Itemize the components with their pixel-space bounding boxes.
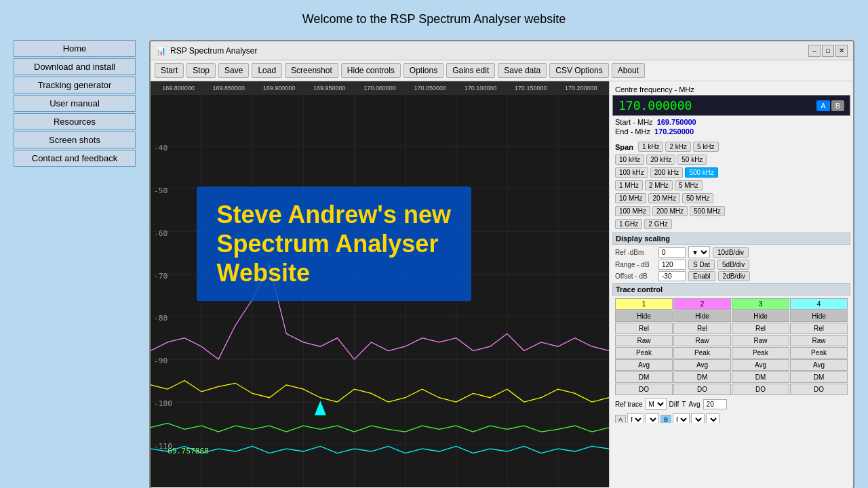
overlay-line3: Website (217, 258, 451, 287)
trace-1-rel[interactable]: Rel (615, 323, 673, 334)
load-button[interactable]: Load (252, 63, 282, 78)
marker-b-sel[interactable]: ▼ (691, 413, 705, 423)
screenshot-button[interactable]: Screenshot (285, 63, 338, 78)
sidebar-item-contact[interactable]: Contact and feedback (14, 150, 136, 167)
span-50khz[interactable]: 50 kHz (677, 155, 707, 165)
trace-2-hide[interactable]: Hide (673, 310, 731, 322)
sidebar-item-home[interactable]: Home (14, 40, 136, 57)
span-10khz[interactable]: 10 kHz (615, 155, 644, 165)
span-1mhz[interactable]: 1 MHz (615, 180, 643, 190)
per-div-btn1[interactable]: 10dB/div (713, 247, 749, 258)
trace-3-dm[interactable]: DM (732, 371, 789, 383)
enabl-btn[interactable]: Enabl (688, 271, 715, 281)
trace-3-raw[interactable]: Raw (732, 335, 789, 346)
span-200khz[interactable]: 200 kHz (650, 167, 684, 178)
range-row: Range - dB S Dat 5dB/div (612, 260, 850, 270)
span-10mhz[interactable]: 10 MHz (615, 193, 646, 203)
save-data-button[interactable]: Save data (498, 63, 547, 78)
span-2ghz[interactable]: 2 GHz (644, 219, 671, 229)
marker-a-btn[interactable]: A (615, 415, 626, 423)
span-5mhz[interactable]: 5 MHz (675, 180, 703, 190)
stop-button[interactable]: Stop (186, 63, 216, 78)
csv-options-button[interactable]: CSV Options (549, 63, 608, 78)
trace-2-dm[interactable]: DM (673, 371, 731, 383)
trace-2-raw[interactable]: Raw (673, 335, 731, 346)
ref-trace-select[interactable]: M (646, 398, 667, 410)
cf-btn-a[interactable]: A (816, 100, 829, 111)
close-button[interactable]: ✕ (835, 45, 848, 57)
hide-controls-button[interactable]: Hide controls (341, 63, 401, 78)
span-20khz[interactable]: 20 kHz (646, 155, 675, 165)
marker-b-btn[interactable]: B (660, 415, 671, 423)
trace-3-btn[interactable]: 3 (732, 298, 789, 310)
sidebar-item-screenshots[interactable]: Screen shots (14, 131, 136, 148)
trace-4-btn[interactable]: 4 (790, 298, 848, 310)
offset-input[interactable] (658, 271, 686, 281)
per-div-btn3[interactable]: 2dB/div (718, 271, 750, 281)
inner-content: 169.800000 169.850000 169.900000 169.950… (151, 81, 853, 487)
sidebar-item-download[interactable]: Download and install (14, 58, 136, 75)
start-button[interactable]: Start (155, 63, 184, 78)
span-100mhz[interactable]: 100 MHz (615, 206, 650, 216)
span-50mhz[interactable]: 50 MHz (682, 193, 713, 203)
trace-4-raw[interactable]: Raw (790, 335, 848, 346)
s-dat-btn[interactable]: S Dat (688, 260, 715, 270)
trace-4-hide[interactable]: Hide (790, 310, 848, 322)
trace-4-do[interactable]: DO (790, 384, 848, 395)
marker-a-f-select[interactable]: F (627, 413, 644, 423)
trace-2-rel[interactable]: Rel (673, 323, 731, 334)
trace-1-peak[interactable]: Peak (615, 347, 673, 359)
sidebar-item-tracking[interactable]: Tracking generator (14, 77, 136, 94)
trace-3-hide[interactable]: Hide (732, 310, 789, 322)
options-button[interactable]: Options (403, 63, 443, 78)
span-500mhz[interactable]: 500 MHz (690, 206, 725, 216)
span-1khz[interactable]: 1 kHz (638, 142, 664, 152)
ref-dbm-input[interactable] (658, 247, 686, 258)
span-1ghz[interactable]: 1 GHz (615, 219, 642, 229)
avg-input[interactable] (703, 399, 727, 409)
sidebar-item-resources[interactable]: Resources (14, 113, 136, 130)
trace-2-do[interactable]: DO (673, 384, 731, 395)
trace-1-hide[interactable]: Hide (615, 310, 673, 322)
trace-3-rel[interactable]: Rel (732, 323, 789, 334)
trace-1-btn[interactable]: 1 (615, 298, 673, 310)
trace-2-avg[interactable]: Avg (673, 359, 731, 371)
marker-a-sel[interactable]: ▼ (646, 413, 659, 423)
trace-1-dm[interactable]: DM (615, 371, 673, 383)
trace-4-rel[interactable]: Rel (790, 323, 848, 334)
save-button[interactable]: Save (218, 63, 249, 78)
span-100khz[interactable]: 100 kHz (615, 167, 648, 178)
span-20mhz[interactable]: 20 MHz (648, 193, 679, 203)
marker-b-val[interactable]: – (706, 413, 719, 423)
span-200mhz[interactable]: 200 MHz (652, 206, 688, 216)
span-row-6: 100 MHz 200 MHz 500 MHz (612, 205, 850, 218)
sidebar-item-manual[interactable]: User manual (14, 95, 136, 112)
span-500khz[interactable]: 500 kHz (685, 167, 718, 178)
trace-3-avg[interactable]: Avg (732, 359, 789, 371)
trace-4-dm[interactable]: DM (790, 371, 848, 383)
span-row: Span 1 kHz 2 kHz 5 kHz (612, 140, 850, 153)
trace-3-do[interactable]: DO (732, 384, 789, 395)
trace-1-avg[interactable]: Avg (615, 359, 673, 371)
ref-dbm-select[interactable]: ▼ (688, 246, 710, 258)
trace-3-peak[interactable]: Peak (732, 347, 789, 359)
span-5khz[interactable]: 5 kHz (693, 142, 719, 152)
about-button[interactable]: About (612, 63, 645, 78)
trace-2-btn[interactable]: 2 (673, 298, 731, 310)
gains-edit-button[interactable]: Gains edit (446, 63, 495, 78)
cf-btn-b[interactable]: B (831, 100, 844, 111)
trace-4-peak[interactable]: Peak (790, 347, 848, 359)
per-div-btn2[interactable]: 5dB/div (717, 260, 749, 270)
trace-2-peak[interactable]: Peak (673, 347, 731, 359)
trace-1-do[interactable]: DO (615, 384, 673, 395)
minimize-button[interactable]: – (808, 45, 821, 57)
range-input[interactable] (658, 260, 686, 270)
span-2mhz[interactable]: 2 MHz (645, 180, 673, 190)
marker-b-f-select[interactable]: F (673, 413, 690, 423)
controls-scroll[interactable]: Centre frequency - MHz 170.000000 A B St… (612, 84, 850, 423)
span-2khz[interactable]: 2 kHz (665, 142, 691, 152)
svg-text:69.757868: 69.757868 (167, 446, 209, 455)
trace-4-avg[interactable]: Avg (790, 359, 848, 371)
maximize-button[interactable]: □ (822, 45, 834, 57)
trace-1-raw[interactable]: Raw (615, 335, 673, 346)
